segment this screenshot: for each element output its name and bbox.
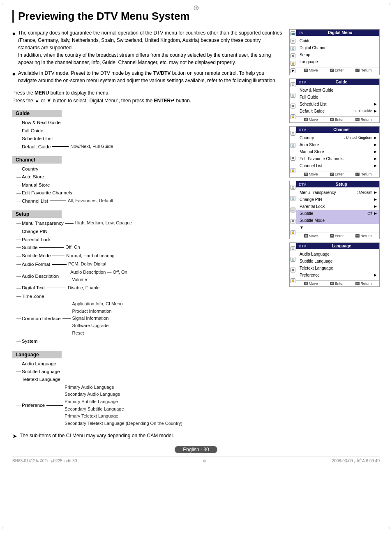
panel-row-edit-fav-channels: Edit Favourite Channels ▶ <box>296 155 379 162</box>
panel-body-language: Audio Language Subtitle Language Teletex… <box>296 249 379 280</box>
panel-footer-guide: ⊕ Move ↵Enter ↩ Return <box>296 116 379 122</box>
menu-item-label-parental-lock: Parental Lock <box>22 236 51 243</box>
footer-move-5: ⊕ Move <box>304 282 318 286</box>
panel-header-language: DTV Language <box>296 243 379 249</box>
menu-item-channel-list: — Channel List All, Favourites, Default <box>16 197 283 205</box>
menu-item-label-channel-list: Channel List <box>22 197 48 205</box>
panel-header-guide: DTV Guide <box>296 79 379 85</box>
panel-row-arrow-channel-list: ▶ <box>374 163 377 169</box>
menu-item-subtitle-mode: — Subtitle Mode Normal, Hard of hearing <box>16 252 283 259</box>
menu-item-digital-text: — Digital Text Disable, Enable <box>16 284 283 291</box>
menu-header-guide: Guide <box>12 110 62 117</box>
panel-row-text-subtitle-language: Subtitle Language <box>300 258 377 264</box>
panel-row-change-pin: Change PIN ▶ <box>296 196 379 203</box>
panel-row-arrow-subtitle: ▶ <box>374 211 377 217</box>
menu-items-setup: — Menu Transparency High, Medium, Low, O… <box>12 219 283 345</box>
side-icon-c: ◎ <box>291 39 295 44</box>
panel-digital-menu: 📺 ◎ 📡 ⚙ 🔒 ▶ TV Digital Menu <box>289 29 380 75</box>
panel-row-scheduled-list: Scheduled List ▶ <box>296 101 379 108</box>
desc-menu-transparency: High, Medium, Low, Opaque <box>75 219 132 227</box>
connector-subtitle-mode <box>52 256 65 256</box>
panel-row-value-default-guide: : Full Guide <box>353 108 372 114</box>
desc-common-interface: Application Info, CI MenuProduct Informa… <box>72 300 123 337</box>
connector-common-interface <box>62 318 71 319</box>
bullet-text-2: Available in DTV mode. Preset to the DTV… <box>18 69 283 84</box>
menu-items-guide: — Now & Next Guide — Full Guide — Schedu… <box>12 119 283 150</box>
side-icon-4c: — <box>291 208 295 212</box>
menu-section-setup: Setup — Menu Transparency High, Medium, … <box>12 210 283 345</box>
doc-date: 2008-03-09 ¿ÀÈÄ 6:09:40 <box>332 459 380 463</box>
menu-item-label-common-interface: Common Interface <box>22 315 61 322</box>
panel-footer-digital-menu: ⊕ Move ↵Enter ↩ Return <box>296 67 379 73</box>
panel-row-text-preference: Preference <box>300 272 372 278</box>
panel-row-language: Language <box>296 58 379 65</box>
menu-item-label-preference: Preference <box>22 402 45 409</box>
menu-item-label-menu-transparency: Menu Transparency <box>22 219 64 227</box>
panel-row-text-digital-channel: Digital Channel <box>300 45 377 51</box>
panel-row-text-country: Country <box>300 135 342 141</box>
panel-row-text-teletext-language: Teletext Language <box>300 265 377 271</box>
panel-row-text-edit-fav-channels: Edit Favourite Channels <box>300 156 372 162</box>
note-text: The sub-items of the CI Menu may vary de… <box>20 433 174 438</box>
menu-item-label-full-guide: Full Guide <box>22 127 43 134</box>
doc-ref: BN68-01412A-X0Eng-0225.indd 30 <box>12 459 77 463</box>
panel-row-arrow-change-pin: ▶ <box>374 197 377 203</box>
panel-side-icons-4: ◎ 📡 — ⚙ 🔒 <box>290 181 296 239</box>
corner-mark-tr: + <box>388 2 390 6</box>
side-icon-3d: 🔒 <box>291 168 295 173</box>
menu-item-audio-language: — Audio Language <box>16 360 283 367</box>
side-icon-2b: 📡 <box>291 93 295 98</box>
menu-item-label-subtitle-language: Subtitle Language <box>22 368 60 375</box>
menu-item-label-edit-fav: Edit Favourite Channels <box>22 189 72 196</box>
panel-row-now-next: Now & Next Guide <box>296 87 379 94</box>
menu-item-label-teletext-language: Teletext Language <box>22 376 60 383</box>
panel-label-dtv-4: DTV <box>299 182 306 187</box>
menu-item-label-change-pin: Change PIN <box>22 228 48 235</box>
page: + + ⊕ Previewing the DTV Menu System ◆ T… <box>0 0 392 540</box>
footer-move-4: ⊕ Move <box>304 234 318 238</box>
footer-move-3: ⊕ Move <box>304 172 318 176</box>
menu-item-label-audio-language: Audio Language <box>22 360 56 367</box>
panel-title-setup: Setup <box>336 182 347 187</box>
footer-return-2: ↩ Return <box>355 118 371 122</box>
menu-item-label-time-zone: Time Zone <box>22 293 44 300</box>
panel-language: ◎ 📡 ⚙ 🔒 DTV Language Audio <box>289 242 380 287</box>
side-icon-3c: ⚙ <box>291 156 295 161</box>
desc-audio-format: PCM, Dolby Digital <box>68 261 106 268</box>
panel-row-arrow-edit-fav: ▶ <box>374 156 377 162</box>
side-icon-5a: ◎ <box>291 246 295 251</box>
panel-row-arrow-country: ▶ <box>374 135 377 141</box>
menu-item-common-interface: — Common Interface Application Info, CI … <box>16 300 283 337</box>
corner-mark-br: + <box>388 526 390 530</box>
menu-item-default-guide: — Default Guide Now/Next, Full Guide <box>16 143 283 150</box>
menu-item-preference: — Preference Primary Audio LanguageSecon… <box>16 384 283 427</box>
panel-row-default-guide: Default Guide : Full Guide ▶ <box>296 108 379 115</box>
menu-item-edit-fav: — Edit Favourite Channels <box>16 189 283 196</box>
side-icon-antenna: 📡 <box>291 46 295 51</box>
footer-enter-1: ↵Enter <box>330 68 344 72</box>
panel-row-value-country: : United Kingdom <box>344 135 372 141</box>
doc-footer: BN68-01412A-X0Eng-0225.indd 30 ⊕ 2008-03… <box>12 457 380 463</box>
panel-side-icons-5: ◎ 📡 ⚙ 🔒 <box>290 243 296 286</box>
panel-row-text-full-guide: Full Guide <box>300 94 377 100</box>
panel-row-text-auto-store: Auto Store <box>300 142 372 148</box>
crosshair-top-icon: ⊕ <box>193 3 199 12</box>
menu-item-label-manual-store: Manual Store <box>22 181 50 189</box>
menu-item-label-now-next: Now & Next Guide <box>22 119 61 126</box>
side-icon-2c: ⚙ <box>291 104 295 108</box>
panel-header-setup: DTV Setup <box>296 181 379 187</box>
panel-row-full-guide: Full Guide <box>296 94 379 101</box>
content-wrapper: ◆ The company does not guarantee the nor… <box>12 29 380 439</box>
footer-enter-5: ↵Enter <box>330 282 344 286</box>
menu-item-country: — Country <box>16 165 283 173</box>
panel-row-guide: Guide <box>296 37 379 44</box>
panel-title-channel: Channel <box>333 127 349 132</box>
panel-row-preference: Preference ▶ <box>296 272 379 279</box>
panel-row-text-subtitle: Subtitle <box>300 210 364 217</box>
panel-label-tv: TV <box>299 31 304 35</box>
panel-label-dtv-2: DTV <box>299 80 306 84</box>
panel-row-down-arrow: ▼ <box>296 224 379 231</box>
connector-audio-format <box>52 264 67 265</box>
panel-row-country: Country : United Kingdom ▶ <box>296 134 379 141</box>
panel-side-icons-1: 📺 ◎ 📡 ⚙ 🔒 ▶ <box>290 30 296 75</box>
